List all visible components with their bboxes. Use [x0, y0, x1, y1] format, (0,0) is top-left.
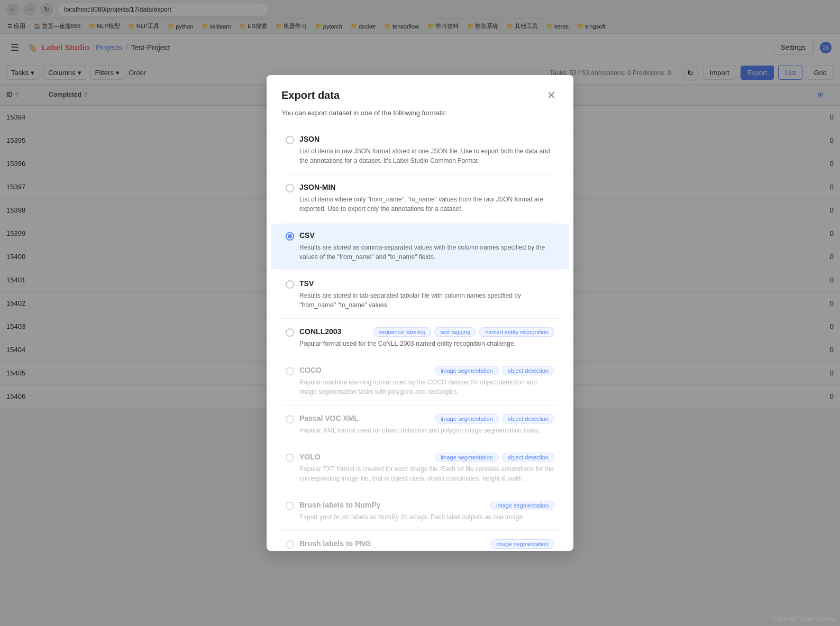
format-desc-coco: Popular machine learning format used by …	[299, 378, 554, 397]
format-name-json-min: JSON-MIN	[299, 183, 335, 191]
format-tag: image segmentation	[490, 539, 554, 549]
format-desc-json: List of items in raw JSON format stored …	[299, 146, 554, 165]
radio-coco[interactable]	[286, 367, 294, 375]
modal-title: Export data	[281, 89, 340, 102]
format-desc-json-min: List of items where only "from_name", "t…	[299, 195, 554, 214]
format-option-conll2003[interactable]: CONLL2003 sequence labelingtext taggingn…	[271, 320, 569, 356]
format-option-csv[interactable]: CSV Results are stored as comma-separate…	[271, 224, 569, 269]
format-desc-csv: Results are stored as comma-separated va…	[299, 243, 554, 262]
radio-pascal-voc[interactable]	[286, 415, 294, 424]
format-name-conll2003: CONLL2003	[299, 327, 341, 336]
format-divider	[281, 357, 559, 357]
format-divider	[281, 270, 559, 271]
format-tag: image segmentation	[435, 453, 499, 462]
format-name-brush-png: Brush labels to PNG	[299, 539, 371, 548]
radio-brush-png[interactable]	[286, 540, 294, 549]
format-option-header-tsv: TSV	[286, 279, 554, 289]
format-tag: named entity recognition	[479, 327, 554, 337]
format-option-json[interactable]: JSON List of items in raw JSON format st…	[271, 127, 569, 173]
format-tags-coco: image segmentationobject detection	[435, 366, 554, 375]
format-desc-pascal-voc: Popular XML format used for object detec…	[299, 426, 554, 435]
format-name-tsv: TSV	[299, 279, 314, 288]
format-tag: text tagging	[434, 327, 476, 337]
modal-subtitle: You can export dataset in one of the fol…	[267, 109, 573, 127]
radio-json[interactable]	[286, 136, 294, 144]
format-tags-yolo: image segmentationobject detection	[435, 453, 554, 462]
radio-conll2003[interactable]	[286, 328, 294, 337]
export-modal-overlay[interactable]: Export data ✕ You can export dataset in …	[0, 0, 840, 626]
modal-header: Export data ✕	[267, 75, 573, 109]
radio-json-min[interactable]	[286, 184, 294, 192]
format-tag: object detection	[502, 453, 554, 462]
format-tag: object detection	[502, 366, 554, 375]
format-tags-pascal-voc: image segmentationobject detection	[435, 414, 554, 424]
radio-csv[interactable]	[286, 232, 294, 241]
format-divider	[281, 318, 559, 319]
format-option-header-brush-numpy: Brush labels to NumPy image segmentation	[286, 501, 554, 510]
format-option-header-conll2003: CONLL2003 sequence labelingtext taggingn…	[286, 327, 554, 337]
format-tag: sequence labeling	[373, 327, 432, 337]
format-option-brush-numpy[interactable]: Brush labels to NumPy image segmentation…	[271, 493, 569, 529]
format-desc-brush-numpy: Export your brush labels as NumPy 2d arr…	[299, 512, 554, 522]
format-name-csv: CSV	[299, 231, 315, 240]
format-name-yolo: YOLO	[299, 453, 321, 461]
format-desc-tsv: Results are stored in tab-separated tabu…	[299, 291, 554, 310]
radio-tsv[interactable]	[286, 280, 294, 289]
export-modal: Export data ✕ You can export dataset in …	[267, 75, 573, 551]
format-option-yolo[interactable]: YOLO image segmentationobject detection …	[271, 445, 569, 491]
format-divider	[281, 222, 559, 223]
format-name-brush-numpy: Brush labels to NumPy	[299, 501, 380, 509]
format-divider	[281, 405, 559, 406]
format-tag: image segmentation	[435, 414, 499, 424]
format-option-header-json-min: JSON-MIN	[286, 183, 554, 192]
format-name-pascal-voc: Pascal VOC XML	[299, 414, 359, 422]
format-divider	[281, 530, 559, 531]
format-desc-yolo: Popular TXT format is created for each i…	[299, 464, 554, 483]
format-option-header-coco: COCO image segmentationobject detection	[286, 366, 554, 375]
radio-brush-numpy[interactable]	[286, 502, 294, 510]
format-option-tsv[interactable]: TSV Results are stored in tab-separated …	[271, 272, 569, 317]
format-option-json-min[interactable]: JSON-MIN List of items where only "from_…	[271, 176, 569, 221]
format-option-header-brush-png: Brush labels to PNG image segmentation	[286, 539, 554, 549]
format-desc-conll2003: Popular format used for the CoNLL-2003 n…	[299, 339, 554, 348]
modal-close-button[interactable]: ✕	[544, 88, 559, 103]
format-option-coco[interactable]: COCO image segmentationobject detection …	[271, 358, 569, 404]
format-divider	[281, 174, 559, 174]
format-option-header-json: JSON	[286, 135, 554, 144]
format-divider	[281, 444, 559, 444]
format-name-json: JSON	[299, 135, 319, 143]
format-option-header-pascal-voc: Pascal VOC XML image segmentationobject …	[286, 414, 554, 424]
watermark: CSDN @PeasantWorker	[772, 615, 836, 622]
format-name-coco: COCO	[299, 366, 322, 374]
format-divider	[281, 492, 559, 492]
format-option-pascal-voc[interactable]: Pascal VOC XML image segmentationobject …	[271, 407, 569, 443]
format-tag: object detection	[502, 414, 554, 424]
format-option-brush-png[interactable]: Brush labels to PNG image segmentation E…	[271, 532, 569, 551]
format-tags-brush-numpy: image segmentation	[490, 501, 554, 510]
format-tag: image segmentation	[435, 366, 499, 375]
format-tags-conll2003: sequence labelingtext taggingnamed entit…	[373, 327, 554, 337]
radio-yolo[interactable]	[286, 454, 294, 462]
format-option-header-yolo: YOLO image segmentationobject detection	[286, 453, 554, 462]
format-tags-brush-png: image segmentation	[490, 539, 554, 549]
format-options-list: JSON List of items in raw JSON format st…	[267, 127, 573, 551]
format-option-header-csv: CSV	[286, 231, 554, 241]
format-tag: image segmentation	[490, 501, 554, 510]
